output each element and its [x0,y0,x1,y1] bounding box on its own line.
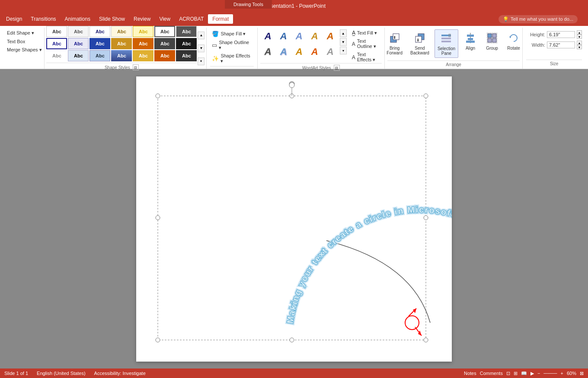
shape-style-1[interactable]: Abc [46,26,67,37]
align-button[interactable]: Align [461,29,480,52]
shape-style-21[interactable]: Abc [176,50,197,61]
effects-icon: ✨ [212,55,219,62]
menu-bar: Design Transitions Animations Slide Show… [0,12,588,26]
menu-slideshow[interactable]: Slide Show [95,14,129,24]
wordart-style-3[interactable]: A [291,29,307,43]
merge-shapes-button[interactable]: Merge Shapes ▾ [5,46,42,54]
shape-style-17[interactable]: Abc [89,50,110,61]
wordart-style-9[interactable]: A [307,45,323,59]
width-input[interactable] [547,41,575,48]
svg-rect-6 [441,35,451,36]
wordart-style-6[interactable]: A [260,45,276,59]
zoom-slider[interactable]: ──── [543,371,557,376]
height-input[interactable] [547,31,575,38]
wordart-styles-group: A A A A A A A A A A ▲ ▼ ▾ A̲ Text Fill ▾ [258,28,385,69]
shape-style-15[interactable]: Abc [46,50,67,61]
arrange-group-label: Arrange [446,62,461,67]
rotate-button[interactable]: Rotate [504,29,523,52]
wordart-style-5[interactable]: A [323,29,338,43]
text-fill-icon: A̲ [352,30,355,36]
zoom-in-btn[interactable]: + [561,371,563,376]
shape-scroll-buttons: ▲ ▼ ▾ [198,32,205,65]
notes-btn[interactable]: Notes [464,371,476,376]
shape-style-18[interactable]: Abc [111,50,132,61]
wordart-style-10[interactable]: A [323,45,338,59]
shape-scroll-more[interactable]: ▾ [198,57,205,65]
send-backward-icon: ⬇ [413,31,427,45]
menu-acrobat[interactable]: ACROBAT [175,14,208,24]
shape-effects-button[interactable]: ✨ Shape Effects ▾ [210,53,253,64]
menu-review[interactable]: Review [129,14,155,24]
svg-rect-8 [441,41,451,42]
menu-transitions[interactable]: Transitions [26,14,60,24]
group-button[interactable]: Group [483,29,502,52]
view-normal-btn[interactable]: ⊡ [506,371,510,376]
text-outline-button[interactable]: A Text Outline ▾ [350,38,382,50]
width-spinner-up[interactable]: ▲ [577,41,582,45]
shape-style-13[interactable]: Abc [154,38,175,49]
selection-pane-button[interactable]: Selection Pane [435,29,458,58]
wordart-style-8[interactable]: A [291,45,307,59]
shape-style-7[interactable]: Abc [176,26,197,37]
shape-style-3[interactable]: Abc [89,26,110,37]
shape-style-10[interactable]: Abc [89,38,110,49]
text-effects-button[interactable]: A Text Effects ▾ [350,51,382,63]
text-outline-label: Text Outline ▾ [357,38,380,49]
wordart-style-4[interactable]: A [307,29,323,43]
shape-outline-button[interactable]: ▭ Shape Outline ▾ [210,39,253,51]
menu-format[interactable]: Format [208,14,233,24]
svg-rect-17 [488,38,492,42]
wordart-scroll-more[interactable]: ▾ [340,47,347,54]
text-fill-button[interactable]: A̲ Text Fill ▾ [350,29,382,36]
wordart-style-1[interactable]: A [260,29,276,43]
svg-rect-7 [441,38,451,39]
shape-style-19[interactable]: Abc [133,50,153,61]
shape-style-6[interactable]: Abc [154,26,175,37]
bring-forward-button[interactable]: ⬆ Bring Forward [384,29,405,57]
edit-shape-button[interactable]: Edit Shape ▾ [5,29,42,37]
shape-style-16[interactable]: Abc [68,50,89,61]
svg-rect-12 [468,38,473,40]
shape-scroll-down[interactable]: ▼ [198,44,205,52]
slide-counter: Slide 1 of 1 [4,371,28,376]
shape-fill-button[interactable]: 🪣 Shape Fill ▾ [210,30,253,38]
wordart-style-2[interactable]: A [276,29,291,43]
shape-style-11[interactable]: Abc [111,38,132,49]
shape-style-12[interactable]: Abc [133,38,153,49]
shape-style-5[interactable]: Abc [133,26,153,37]
wordart-scroll-down[interactable]: ▼ [340,38,347,46]
shape-style-8[interactable]: Abc [46,38,67,49]
send-backward-button[interactable]: ⬇ Send Backward [408,29,432,57]
view-slide-sorter-btn[interactable]: ⊞ [514,371,518,376]
svg-point-34 [405,316,419,330]
width-label: Width: [526,42,545,48]
shape-style-20[interactable]: Abc [154,50,175,61]
width-spinner-down[interactable]: ▼ [577,45,582,49]
fit-slide-btn[interactable]: ⊠ [580,371,584,376]
text-box-button[interactable]: Text Box [5,38,42,45]
svg-rect-18 [492,38,496,42]
shape-style-4[interactable]: Abc [111,26,132,37]
height-spinner-up[interactable]: ▲ [577,30,582,35]
menu-view[interactable]: View [155,14,175,24]
height-spinner-down[interactable]: ▼ [577,35,582,39]
shape-styles-expand-btn[interactable]: ⊡ [133,64,139,70]
shape-style-14[interactable]: Abc [176,38,197,49]
menu-animations[interactable]: Animations [61,14,95,24]
menu-design[interactable]: Design [2,14,26,24]
edit-shape-group: Edit Shape ▾ Text Box Merge Shapes ▾ [3,28,45,69]
wordart-style-7[interactable]: A [276,45,291,59]
shape-style-2[interactable]: Abc [68,26,89,37]
view-reading-btn[interactable]: 📖 [521,371,527,376]
view-presentation-btn[interactable]: ▶ [530,371,534,376]
wordart-scroll-up[interactable]: ▲ [340,29,347,37]
comments-btn[interactable]: Comments [480,371,503,376]
slide[interactable]: Making your text create a circle in Micr… [136,76,452,362]
zoom-out-btn[interactable]: − [537,371,540,376]
svg-rect-15 [488,34,492,38]
shape-scroll-up[interactable]: ▲ [198,32,205,39]
shape-style-9[interactable]: Abc [68,38,89,49]
tell-me-search[interactable]: 💡 Tell me what you want to do... [499,15,578,23]
search-placeholder-text: Tell me what you want to do... [511,16,573,22]
wordart-expand-btn[interactable]: ⊡ [334,65,340,71]
